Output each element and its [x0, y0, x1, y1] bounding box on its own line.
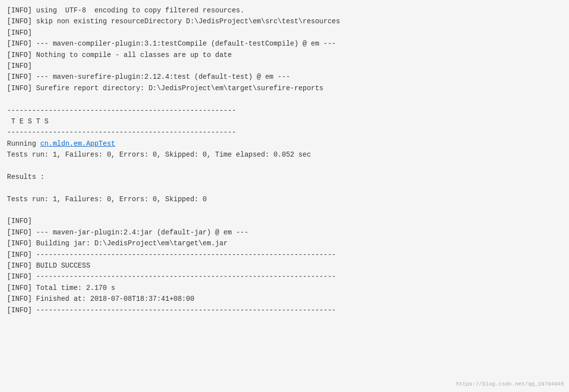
watermark: https://blog.csdn.net/qq_19704045	[456, 381, 564, 387]
console-line: [INFO] Finished at: 2018-07-08T18:37:41+…	[7, 293, 562, 304]
console-line: [INFO] Total time: 2.170 s	[7, 282, 562, 293]
console-line: [INFO] ---------------------------------…	[7, 249, 562, 260]
console-line: [INFO]	[7, 27, 562, 38]
results-label: Results :	[7, 171, 562, 182]
console-line: Tests run: 1, Failures: 0, Errors: 0, Sk…	[7, 194, 562, 205]
app-test-link[interactable]: cn.mldn.em.AppTest	[40, 140, 115, 148]
console-line-blank	[7, 94, 562, 105]
console-line: [INFO] Surefire report directory: D:\Jed…	[7, 83, 562, 94]
console-container: [INFO] using UTF-8 encoding to copy filt…	[0, 0, 569, 392]
console-separator: ----------------------------------------…	[7, 105, 562, 116]
console-line: [INFO] Nothing to compile - all classes …	[7, 50, 562, 60]
console-line: [INFO] Building jar: D:\JedisProject\em\…	[7, 238, 562, 249]
tests-header: T E S T S	[7, 116, 562, 127]
console-line: [INFO] ---------------------------------…	[7, 271, 562, 282]
console-line: [INFO] using UTF-8 encoding to copy filt…	[7, 5, 562, 16]
running-line: Running cn.mldn.em.AppTest	[7, 138, 562, 149]
console-line-blank	[7, 205, 562, 216]
console-separator: ----------------------------------------…	[7, 127, 562, 138]
console-line-blank	[7, 182, 562, 193]
console-line: [INFO] --- maven-compiler-plugin:3.1:tes…	[7, 38, 562, 49]
console-line: [INFO] BUILD SUCCESS	[7, 260, 562, 271]
console-line: [INFO] --- maven-surefire-plugin:2.12.4:…	[7, 71, 562, 82]
console-line: Tests run: 1, Failures: 0, Errors: 0, Sk…	[7, 149, 562, 160]
console-line: [INFO]	[7, 60, 562, 71]
console-line: [INFO]	[7, 216, 562, 226]
console-line: [INFO] --- maven-jar-plugin:2.4:jar (def…	[7, 227, 562, 238]
console-line: [INFO] ---------------------------------…	[7, 305, 562, 316]
console-line: [INFO] skip non existing resourceDirecto…	[7, 16, 562, 27]
console-line-blank	[7, 160, 562, 171]
